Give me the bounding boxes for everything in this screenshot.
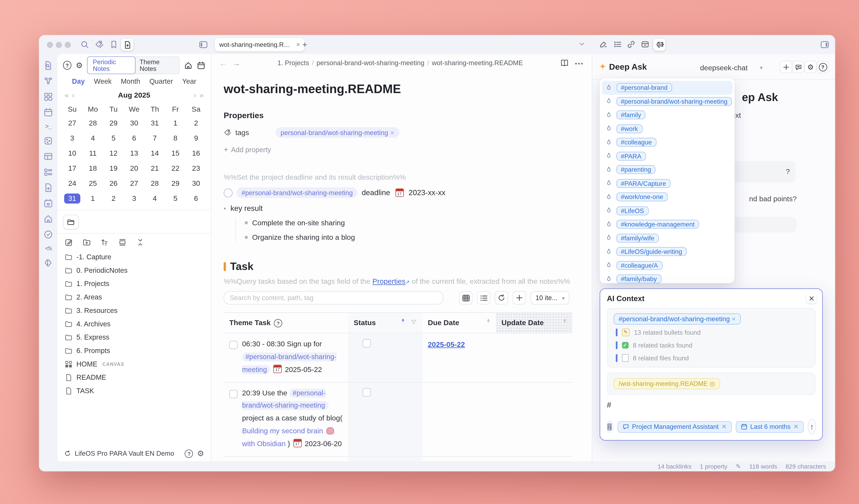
calendar-day[interactable]: 3 bbox=[124, 194, 145, 202]
view-year[interactable]: Year bbox=[182, 78, 196, 85]
tag-suggestion[interactable]: #family bbox=[602, 108, 733, 122]
calendar-day[interactable]: 5 bbox=[103, 134, 124, 142]
task-checkbox[interactable] bbox=[229, 390, 238, 398]
calendar-day[interactable]: 25 bbox=[82, 179, 103, 187]
send-button[interactable]: ↑ bbox=[808, 419, 816, 434]
assistant-chip[interactable]: Project Management Assistant✕ bbox=[618, 421, 732, 432]
breadcrumb-part[interactable]: wot-sharing-meeting.README bbox=[432, 59, 523, 67]
calendar-day[interactable]: 5 bbox=[165, 194, 186, 202]
search-icon[interactable] bbox=[80, 40, 89, 49]
table-view-icon[interactable] bbox=[459, 291, 472, 305]
calendar-day[interactable]: 19 bbox=[103, 164, 124, 172]
calendar-day[interactable]: 2 bbox=[103, 194, 124, 202]
link-icon[interactable] bbox=[627, 40, 635, 48]
new-tab-button[interactable]: + bbox=[302, 40, 307, 49]
folder-item[interactable]: 6. Prompts bbox=[62, 344, 206, 357]
calendar-icon[interactable] bbox=[44, 108, 53, 117]
breadcrumb-part[interactable]: personal-brand-wot-sharing-meeting bbox=[316, 59, 424, 67]
folder-item[interactable]: 4. Archives bbox=[62, 317, 206, 331]
vault-switcher[interactable]: LifeOS Pro PARA Vault EN Demo ? ⚙ bbox=[58, 445, 211, 461]
chat-history-icon[interactable] bbox=[792, 61, 804, 73]
vault-help-icon[interactable]: ? bbox=[185, 449, 193, 458]
deep-ask-settings-icon[interactable]: ⚙ bbox=[804, 61, 817, 73]
model-selector[interactable]: deepseek-chat▾ bbox=[700, 64, 763, 72]
ai-brain-icon[interactable] bbox=[653, 39, 665, 51]
page-size-dropdown[interactable]: 10 ite...▾ bbox=[530, 291, 570, 305]
tag-suggestion[interactable]: #PARA bbox=[602, 149, 733, 163]
note-item-task[interactable]: TASK bbox=[62, 384, 206, 398]
view-day[interactable]: Day bbox=[72, 78, 85, 85]
tab-close-icon[interactable]: × bbox=[296, 41, 300, 48]
folder-item[interactable]: 5. Express bbox=[62, 331, 206, 344]
tag-suggestion[interactable]: #work bbox=[602, 122, 733, 136]
calendar-day[interactable]: 24 bbox=[62, 179, 82, 187]
list-icon[interactable] bbox=[614, 40, 622, 48]
chip-close-icon[interactable]: × bbox=[390, 128, 394, 136]
graph-icon[interactable] bbox=[44, 76, 53, 86]
calendar-day[interactable]: 30 bbox=[186, 179, 206, 187]
new-chat-icon[interactable] bbox=[780, 61, 792, 73]
new-folder-icon[interactable] bbox=[82, 238, 91, 246]
canvas-item-home[interactable]: HOMECANVAS bbox=[62, 357, 206, 371]
calendar-day[interactable]: 13 bbox=[124, 149, 145, 157]
breadcrumb-part[interactable]: 1. Projects bbox=[277, 59, 309, 67]
inline-tag-chip[interactable]: #personal-brand/wot-sharing-meeting bbox=[237, 187, 358, 198]
tab-list-chevron-icon[interactable] bbox=[578, 40, 586, 48]
tag-suggestion[interactable]: #knowledge-management bbox=[602, 217, 733, 231]
calendar-day[interactable]: 23 bbox=[186, 164, 206, 172]
chip-close-icon[interactable]: ✕ bbox=[794, 423, 799, 430]
settings-gear-icon[interactable]: ⚙ bbox=[76, 61, 83, 69]
folder-item[interactable]: 2. Areas bbox=[62, 290, 206, 304]
header-due-date[interactable]: Due Date▲▼ bbox=[422, 313, 496, 333]
prev-month-icon[interactable]: ‹ bbox=[72, 91, 75, 99]
calendar-day[interactable]: 15 bbox=[165, 149, 186, 157]
filter-icon[interactable] bbox=[410, 319, 417, 325]
traffic-light-zoom[interactable] bbox=[65, 42, 71, 48]
calendar-day[interactable]: 12 bbox=[103, 149, 124, 157]
tags-icon[interactable] bbox=[95, 40, 104, 49]
home-small-icon[interactable] bbox=[184, 61, 192, 70]
context-search-icon[interactable] bbox=[606, 421, 614, 433]
tag-suggestion[interactable]: #work/one-one bbox=[602, 190, 733, 204]
time-range-chip[interactable]: Last 6 months✕ bbox=[736, 421, 804, 432]
calendar-day[interactable]: 7 bbox=[145, 134, 165, 142]
calendar-day[interactable]: 17 bbox=[62, 164, 82, 172]
calendar-day[interactable]: 18 bbox=[82, 164, 103, 172]
chip-close-icon[interactable]: ✕ bbox=[722, 423, 727, 430]
file-explorer-tab-button[interactable] bbox=[63, 215, 79, 229]
task-search-input[interactable] bbox=[224, 291, 443, 305]
home-icon[interactable] bbox=[44, 214, 53, 224]
file-search-icon[interactable] bbox=[44, 61, 53, 70]
refresh-icon[interactable] bbox=[495, 291, 508, 305]
deep-ask-help-icon[interactable]: ? bbox=[817, 61, 829, 73]
tag-suggestion[interactable]: #personal-brand/wot-sharing-meeting bbox=[602, 94, 733, 108]
task-circle-checkbox[interactable] bbox=[224, 188, 233, 197]
tags-property-label[interactable]: tags bbox=[235, 128, 275, 137]
status-checkbox[interactable] bbox=[363, 339, 371, 348]
tag-suggestion[interactable]: #LifeOS/guide-writing bbox=[602, 245, 733, 259]
brain-icon[interactable] bbox=[44, 258, 53, 268]
view-week[interactable]: Week bbox=[94, 78, 112, 85]
calendar-day[interactable]: 6 bbox=[186, 194, 206, 202]
tag-suggestion[interactable]: #parenting bbox=[602, 163, 733, 177]
terminal-icon[interactable]: >_ bbox=[45, 123, 51, 130]
bookmark-icon[interactable] bbox=[109, 40, 118, 49]
forward-icon[interactable]: → bbox=[233, 59, 240, 67]
note-item-readme[interactable]: README bbox=[62, 371, 206, 384]
calendar-day[interactable]: 29 bbox=[165, 179, 186, 187]
edit-link-icon[interactable] bbox=[599, 40, 607, 48]
traffic-light-minimize[interactable] bbox=[56, 42, 62, 48]
word-count[interactable]: 118 words bbox=[749, 463, 777, 470]
collapse-all-icon[interactable] bbox=[136, 238, 145, 246]
tag-suggestion[interactable]: #LifeOS bbox=[602, 204, 733, 217]
close-icon[interactable]: ✕ bbox=[807, 293, 817, 303]
folder-item[interactable]: 0. PeriodicNotes bbox=[62, 264, 206, 277]
dashboard-icon[interactable] bbox=[44, 92, 53, 102]
calendar-day[interactable]: 2 bbox=[186, 119, 206, 127]
calendar-day[interactable]: 16 bbox=[186, 149, 206, 157]
calendar-day[interactable]: 11 bbox=[82, 149, 103, 157]
context-tag-chip[interactable]: #personal-brand/wot-sharing-meeting × bbox=[614, 314, 741, 325]
tag-suggestion[interactable]: #family/wife bbox=[602, 231, 733, 245]
character-count[interactable]: 829 characters bbox=[785, 463, 826, 470]
traffic-light-close[interactable] bbox=[47, 42, 53, 48]
